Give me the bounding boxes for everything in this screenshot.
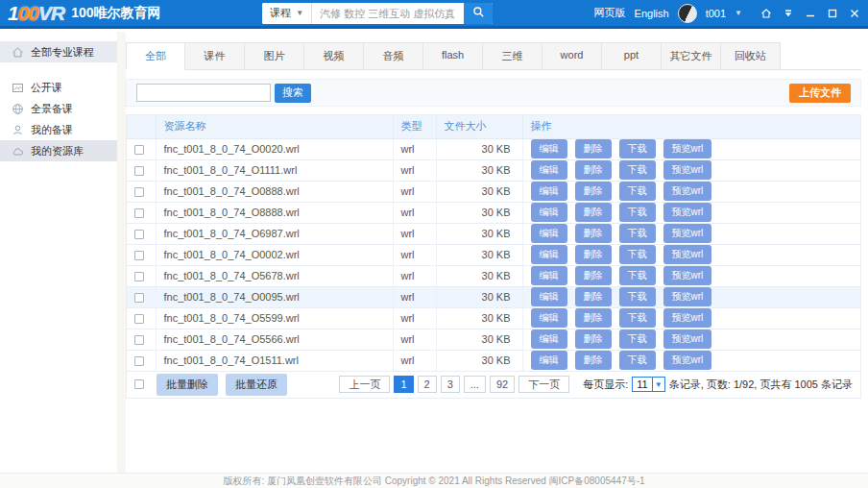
- preview-button[interactable]: 预览wrl: [663, 308, 712, 328]
- download-button[interactable]: 下载: [619, 329, 656, 349]
- edit-button[interactable]: 编辑: [531, 287, 567, 306]
- row-checkbox[interactable]: [134, 251, 144, 260]
- edit-button[interactable]: 编辑: [531, 245, 567, 264]
- preview-button[interactable]: 预览wrl: [663, 182, 712, 201]
- delete-button[interactable]: 删除: [575, 139, 612, 159]
- edit-button[interactable]: 编辑: [531, 139, 567, 159]
- preview-button[interactable]: 预览wrl: [663, 224, 712, 243]
- sidebar-item[interactable]: 全部专业课程: [0, 41, 117, 62]
- maximize-icon[interactable]: [827, 8, 838, 19]
- tab-item[interactable]: 回收站: [721, 42, 781, 70]
- per-page-select[interactable]: 11 ▼: [632, 377, 664, 392]
- page-button[interactable]: 2: [418, 376, 437, 393]
- batch-delete-button[interactable]: 批量删除: [157, 374, 218, 396]
- user-menu-chevron-icon[interactable]: ▼: [735, 9, 742, 17]
- resource-search-button[interactable]: 搜索: [275, 84, 311, 103]
- web-version-link[interactable]: 网页版: [594, 6, 626, 20]
- row-checkbox[interactable]: [134, 145, 144, 155]
- tab-item[interactable]: 图片: [245, 42, 304, 70]
- row-checkbox[interactable]: [134, 293, 144, 303]
- edit-button[interactable]: 编辑: [531, 203, 567, 222]
- resource-size: 30 KB: [436, 181, 522, 202]
- close-icon[interactable]: [849, 8, 860, 19]
- row-checkbox[interactable]: [134, 356, 144, 366]
- language-link[interactable]: English: [635, 8, 669, 19]
- tab-item[interactable]: 音频: [364, 42, 423, 70]
- row-checkbox[interactable]: [134, 335, 144, 345]
- page-button[interactable]: 3: [441, 376, 460, 393]
- tab-item[interactable]: 视频: [304, 42, 364, 70]
- row-checkbox[interactable]: [134, 166, 144, 176]
- download-button[interactable]: 下载: [619, 351, 656, 370]
- edit-button[interactable]: 编辑: [531, 329, 567, 349]
- next-page-button[interactable]: 下一页: [518, 376, 569, 393]
- row-checkbox[interactable]: [134, 187, 144, 197]
- edit-button[interactable]: 编辑: [531, 266, 567, 285]
- select-all-checkbox[interactable]: [134, 379, 144, 389]
- row-checkbox[interactable]: [134, 230, 144, 239]
- row-actions: 编辑删除下载预览wrl: [522, 307, 860, 329]
- preview-button[interactable]: 预览wrl: [663, 139, 712, 159]
- delete-button[interactable]: 删除: [575, 351, 612, 370]
- sidebar-item[interactable]: 公开课: [0, 77, 117, 98]
- delete-button[interactable]: 删除: [575, 224, 612, 243]
- download-button[interactable]: 下载: [619, 266, 656, 285]
- preview-button[interactable]: 预览wrl: [663, 287, 712, 306]
- tab-item[interactable]: 全部: [126, 42, 185, 70]
- delete-button[interactable]: 删除: [575, 287, 612, 306]
- avatar[interactable]: [678, 4, 697, 23]
- resource-search-input[interactable]: [136, 84, 271, 102]
- download-button[interactable]: 下载: [619, 224, 656, 243]
- tab-item[interactable]: 其它文件: [662, 42, 721, 70]
- delete-button[interactable]: 删除: [575, 203, 612, 222]
- edit-button[interactable]: 编辑: [531, 351, 567, 370]
- download-button[interactable]: 下载: [619, 203, 656, 222]
- sidebar-item[interactable]: 我的备课: [0, 119, 117, 140]
- delete-button[interactable]: 删除: [575, 329, 612, 349]
- edit-button[interactable]: 编辑: [531, 160, 567, 180]
- search-category-select[interactable]: 课程 ▼: [262, 3, 312, 24]
- download-button[interactable]: 下载: [619, 308, 656, 328]
- download-button[interactable]: 下载: [619, 139, 656, 159]
- preview-button[interactable]: 预览wrl: [663, 245, 712, 264]
- sidebar-item[interactable]: 全景备课: [0, 98, 117, 119]
- download-button[interactable]: 下载: [619, 160, 656, 180]
- preview-button[interactable]: 预览wrl: [663, 329, 712, 349]
- preview-button[interactable]: 预览wrl: [663, 160, 712, 180]
- delete-button[interactable]: 删除: [575, 160, 612, 180]
- tab-item[interactable]: word: [542, 42, 602, 70]
- tab-item[interactable]: 三维: [483, 42, 542, 70]
- delete-button[interactable]: 删除: [575, 266, 612, 285]
- download-icon[interactable]: [783, 8, 794, 19]
- tab-item[interactable]: flash: [423, 42, 483, 70]
- delete-button[interactable]: 删除: [575, 245, 612, 264]
- preview-button[interactable]: 预览wrl: [663, 266, 712, 285]
- search-button[interactable]: [464, 3, 493, 24]
- download-button[interactable]: 下载: [619, 287, 656, 306]
- page-ellipsis[interactable]: ...: [464, 376, 486, 393]
- username[interactable]: t001: [706, 8, 726, 19]
- sidebar-item[interactable]: 我的资源库: [0, 140, 117, 161]
- edit-button[interactable]: 编辑: [531, 224, 567, 243]
- row-checkbox[interactable]: [134, 314, 144, 324]
- delete-button[interactable]: 删除: [575, 182, 612, 201]
- preview-button[interactable]: 预览wrl: [663, 203, 712, 222]
- row-checkbox[interactable]: [134, 272, 144, 281]
- preview-button[interactable]: 预览wrl: [663, 351, 712, 370]
- row-checkbox[interactable]: [134, 208, 144, 218]
- home-icon[interactable]: [760, 8, 772, 19]
- edit-button[interactable]: 编辑: [531, 308, 567, 328]
- page-button[interactable]: 92: [490, 376, 515, 393]
- prev-page-button[interactable]: 上一页: [339, 376, 390, 393]
- delete-button[interactable]: 删除: [575, 308, 612, 328]
- tab-item[interactable]: ppt: [602, 42, 662, 70]
- search-input[interactable]: [312, 3, 464, 24]
- edit-button[interactable]: 编辑: [531, 182, 567, 201]
- download-button[interactable]: 下载: [619, 245, 656, 264]
- upload-file-button[interactable]: 上传文件: [789, 84, 851, 103]
- page-button[interactable]: 1: [394, 376, 413, 393]
- download-button[interactable]: 下载: [619, 182, 656, 201]
- batch-restore-button[interactable]: 批量还原: [226, 374, 287, 396]
- tab-item[interactable]: 课件: [185, 42, 245, 70]
- minimize-icon[interactable]: [805, 8, 816, 19]
